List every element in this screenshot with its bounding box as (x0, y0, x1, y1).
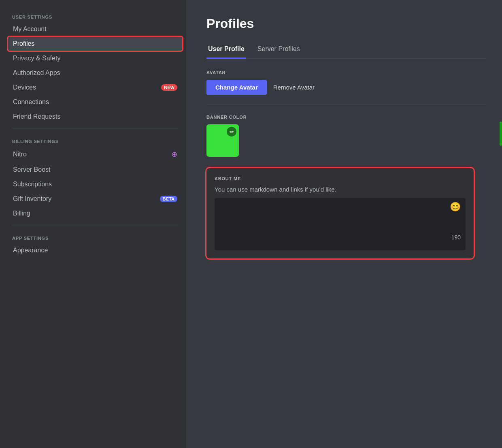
billing-settings-label: BILLING SETTINGS (8, 132, 182, 146)
sidebar-item-label-my-account: My Account (13, 26, 177, 33)
sidebar: USER SETTINGS My Account Profiles Privac… (0, 0, 186, 448)
section-divider (206, 105, 486, 105)
sidebar-item-label-server-boost: Server Boost (13, 166, 177, 173)
about-me-placeholder: You can use markdown and links if you'd … (215, 186, 466, 193)
banner-color-swatch[interactable]: ✏ (206, 124, 239, 157)
sidebar-item-label-billing: Billing (13, 210, 177, 217)
divider-1 (12, 128, 178, 128)
sidebar-item-label-authorized-apps: Authorized Apps (13, 69, 177, 77)
avatar-buttons: Change Avatar Remove Avatar (206, 80, 486, 95)
sidebar-item-connections[interactable]: Connections (8, 95, 182, 109)
sidebar-item-nitro[interactable]: Nitro ⊕ (8, 147, 182, 162)
tab-user-profile[interactable]: User Profile (206, 41, 246, 59)
about-me-box: ABOUT ME You can use markdown and links … (206, 168, 474, 258)
sidebar-item-label-friend-requests: Friend Requests (13, 113, 177, 120)
sidebar-item-appearance[interactable]: Appearance (8, 243, 182, 257)
sidebar-item-label-profiles: Profiles (13, 40, 177, 47)
sidebar-item-label-appearance: Appearance (13, 247, 177, 254)
sidebar-item-devices[interactable]: Devices NEW (8, 81, 182, 94)
sidebar-item-billing[interactable]: Billing (8, 207, 182, 220)
about-me-label: ABOUT ME (215, 176, 466, 181)
tabs: User Profile Server Profiles (206, 41, 486, 59)
sidebar-item-authorized-apps[interactable]: Authorized Apps (8, 66, 182, 80)
scroll-indicator[interactable] (500, 122, 502, 146)
badge-beta: BETA (160, 196, 177, 202)
remove-avatar-button[interactable]: Remove Avatar (273, 84, 315, 91)
emoji-icon[interactable]: 😊 (450, 202, 461, 212)
sidebar-item-label-nitro: Nitro (13, 151, 171, 158)
sidebar-item-friend-requests[interactable]: Friend Requests (8, 110, 182, 124)
app-settings-label: APP SETTINGS (8, 229, 182, 243)
sidebar-item-label-connections: Connections (13, 98, 177, 106)
tab-server-profiles[interactable]: Server Profiles (256, 41, 302, 59)
sidebar-item-label-privacy-safety: Privacy & Safety (13, 55, 177, 62)
about-me-textarea-wrapper[interactable]: 😊 190 (215, 198, 466, 250)
page-title: Profiles (206, 16, 486, 31)
sidebar-item-label-subscriptions: Subscriptions (13, 181, 177, 188)
sidebar-item-profiles[interactable]: Profiles (8, 37, 182, 51)
sidebar-item-label-gift-inventory: Gift Inventory (13, 195, 160, 203)
user-settings-label: USER SETTINGS (8, 8, 182, 22)
main-content: Profiles User Profile Server Profiles AV… (186, 0, 502, 448)
banner-color-label: BANNER COLOR (206, 115, 486, 119)
nitro-icon: ⊕ (171, 150, 177, 159)
avatar-section-label: AVATAR (206, 70, 486, 75)
sidebar-item-subscriptions[interactable]: Subscriptions (8, 177, 182, 191)
pencil-icon: ✏ (230, 129, 234, 135)
banner-edit-icon: ✏ (227, 127, 236, 137)
sidebar-item-privacy-safety[interactable]: Privacy & Safety (8, 51, 182, 65)
change-avatar-button[interactable]: Change Avatar (206, 80, 267, 95)
sidebar-item-server-boost[interactable]: Server Boost (8, 163, 182, 177)
sidebar-item-my-account[interactable]: My Account (8, 22, 182, 36)
badge-new: NEW (161, 84, 177, 91)
sidebar-item-label-devices: Devices (13, 84, 161, 91)
divider-2 (12, 225, 178, 225)
char-count: 190 (219, 234, 461, 241)
sidebar-item-gift-inventory[interactable]: Gift Inventory BETA (8, 192, 182, 206)
